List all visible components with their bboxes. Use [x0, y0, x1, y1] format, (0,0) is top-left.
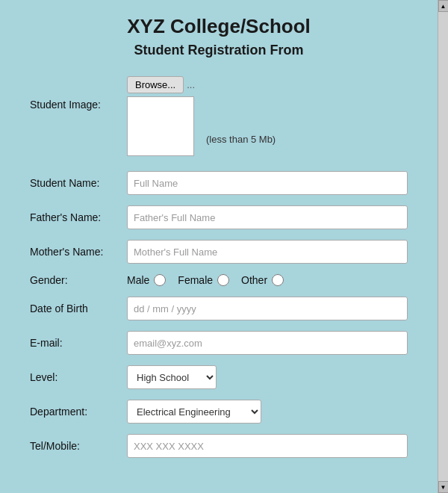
page-subtitle: Student Registration From [30, 43, 408, 58]
tel-input[interactable] [127, 434, 408, 458]
email-label: E-mail: [30, 337, 127, 349]
gender-radio-other[interactable] [272, 274, 284, 286]
gender-male-label: Male [127, 274, 149, 286]
scrollbar-up-button[interactable]: ▲ [438, 0, 449, 12]
image-preview [127, 96, 194, 156]
department-label: Department: [30, 406, 127, 418]
student-name-input[interactable] [127, 171, 408, 195]
father-name-input[interactable] [127, 205, 408, 229]
tel-label: Tel/Mobile: [30, 440, 127, 452]
file-name-label: ... [187, 79, 195, 90]
gender-radio-male[interactable] [154, 274, 166, 286]
gender-other-label: Other [241, 274, 267, 286]
dob-input[interactable] [127, 297, 408, 320]
student-name-label: Student Name: [30, 177, 127, 189]
browse-button[interactable]: Browse... [127, 76, 184, 93]
gender-female-label: Female [178, 274, 213, 286]
image-size-note: (less than 5 Mb) [206, 96, 276, 145]
student-image-label: Student Image: [30, 76, 127, 111]
department-select[interactable]: Electrical Engineering Computer Science … [127, 400, 261, 424]
father-name-label: Father's Name: [30, 211, 127, 223]
email-input[interactable] [127, 331, 408, 355]
scrollbar-down-button[interactable]: ▼ [438, 481, 449, 493]
gender-radio-female[interactable] [217, 274, 229, 286]
level-select[interactable]: High School College University [127, 365, 217, 389]
level-label: Level: [30, 371, 127, 383]
page-title: XYZ College/School [30, 15, 408, 38]
mother-name-label: Mother's Name: [30, 246, 127, 258]
gender-options: Male Female Other [127, 274, 284, 286]
gender-option-male[interactable]: Male [127, 274, 166, 286]
mother-name-input[interactable] [127, 240, 408, 264]
gender-label: Gender: [30, 274, 127, 286]
gender-option-female[interactable]: Female [178, 274, 229, 286]
dob-label: Date of Birth [30, 303, 127, 314]
gender-option-other[interactable]: Other [241, 274, 284, 286]
